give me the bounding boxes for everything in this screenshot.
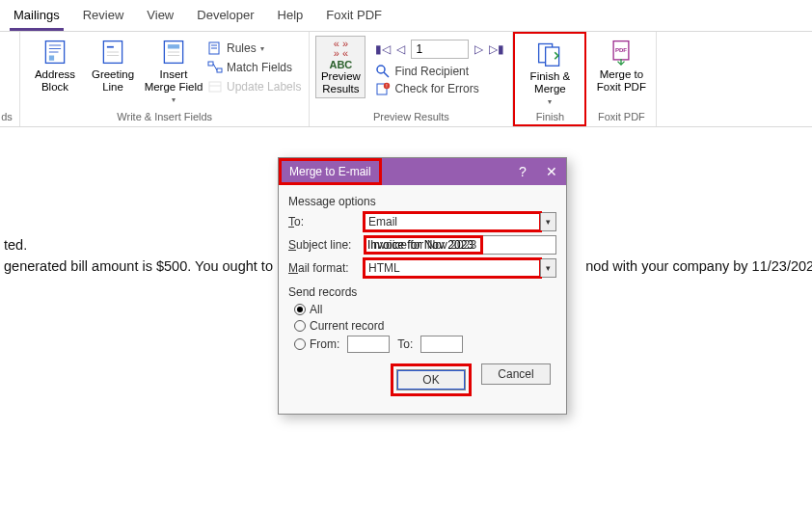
insert-merge-field-label: Insert Merge Field <box>144 68 203 94</box>
chevron-down-icon: ▾ <box>548 97 552 106</box>
chevron-down-icon: ▾ <box>260 44 264 53</box>
svg-line-21 <box>384 72 389 77</box>
greeting-line-icon <box>99 38 126 67</box>
update-labels-label: Update Labels <box>227 80 301 94</box>
chevron-down-icon[interactable]: ▾ <box>540 213 555 230</box>
update-labels-icon <box>207 79 223 94</box>
message-options-label: Message options <box>288 195 556 208</box>
insert-merge-field-icon <box>160 38 187 67</box>
preview-results-button[interactable]: « »» « ABC Preview Results <box>315 36 365 98</box>
match-fields-label: Match Fields <box>227 61 292 74</box>
record-number-input[interactable] <box>411 40 469 59</box>
group-preview-results: « »» « ABC Preview Results ▮◁ ◁ ▷ ▷▮ Fin… <box>310 32 513 126</box>
greeting-line-button[interactable]: Greeting Line <box>84 36 142 95</box>
insert-merge-field-button[interactable]: Insert Merge Field ▾ <box>142 36 205 107</box>
group-label-preview: Preview Results <box>315 109 506 124</box>
svg-rect-17 <box>217 68 222 72</box>
group-foxit: PDF Merge to Foxit PDF Foxit PDF <box>586 32 657 126</box>
svg-text:PDF: PDF <box>615 46 627 53</box>
group-label-write-insert: Write & Insert Fields <box>26 109 303 124</box>
radio-current[interactable]: Current record <box>294 319 556 333</box>
greeting-line-label: Greeting Line <box>86 68 140 94</box>
group-label-finish: Finish <box>521 109 579 124</box>
svg-text:!: ! <box>387 83 388 89</box>
radio-from[interactable]: From: To: <box>294 336 556 353</box>
dialog-titlebar: Merge to E-mail ? ✕ <box>279 158 566 185</box>
merge-to-email-dialog: Merge to E-mail ? ✕ Message options To: … <box>278 157 567 415</box>
group-label-foxit: Foxit PDF <box>592 109 650 124</box>
dialog-close-button[interactable]: ✕ <box>537 164 566 179</box>
dialog-help-button[interactable]: ? <box>508 164 537 179</box>
preview-arrows-icon: « »» « <box>334 40 348 59</box>
foxit-pdf-icon: PDF <box>608 38 635 67</box>
rules-button[interactable]: Rules ▾ <box>205 40 303 57</box>
radio-icon <box>294 338 306 350</box>
subject-label: Subject line: <box>288 238 364 252</box>
send-records-label: Send records <box>288 285 556 299</box>
to-label: To: <box>288 215 364 229</box>
finish-merge-icon <box>536 40 563 68</box>
first-record-icon[interactable]: ▮◁ <box>375 42 391 56</box>
group-write-insert-fields: Address Block Greeting Line Insert Merge… <box>20 32 310 126</box>
rules-label: Rules <box>227 41 257 55</box>
group-finish: Finish & Merge ▾ Finish <box>513 32 586 126</box>
svg-rect-4 <box>49 56 54 61</box>
svg-point-20 <box>377 66 385 73</box>
match-fields-icon <box>207 60 223 75</box>
address-block-button[interactable]: Address Block <box>26 36 84 95</box>
dialog-title-text: Merge to E-mail <box>279 158 382 185</box>
from-input[interactable] <box>347 336 390 353</box>
ok-button[interactable]: OK <box>396 369 466 390</box>
svg-rect-18 <box>209 82 221 92</box>
group-label-trunc: ds <box>0 109 14 124</box>
find-recipient-button[interactable]: Find Recipient <box>373 63 506 80</box>
chevron-down-icon[interactable]: ▾ <box>540 259 555 277</box>
radio-all[interactable]: All <box>294 303 556 316</box>
last-record-icon[interactable]: ▷▮ <box>489 42 504 56</box>
mail-format-value: HTML <box>363 257 542 279</box>
address-block-icon <box>41 38 68 67</box>
ribbon: ds Address Block Greeting Line Insert M <box>0 32 812 127</box>
find-recipient-label: Find Recipient <box>394 65 469 78</box>
doc-text-before: generated bill amount is $500. You ought… <box>4 258 288 274</box>
rules-icon <box>207 40 223 56</box>
to-range-input[interactable] <box>420 336 463 353</box>
check-errors-icon: ! <box>375 81 391 96</box>
tab-view[interactable]: View <box>143 4 177 31</box>
cancel-button[interactable]: Cancel <box>481 363 551 385</box>
update-labels-button: Update Labels <box>205 78 303 95</box>
svg-rect-16 <box>208 62 213 66</box>
to-dropdown[interactable]: Email ▾ <box>364 212 556 231</box>
to-value: Email <box>363 211 542 232</box>
mail-format-dropdown[interactable]: HTML ▾ <box>364 258 556 278</box>
check-errors-label: Check for Errors <box>394 82 478 95</box>
ribbon-tabs: Mailings Review View Developer Help Foxi… <box>0 0 812 32</box>
finish-merge-button[interactable]: Finish & Merge ▾ <box>521 38 579 109</box>
truncated-button[interactable] <box>0 36 14 68</box>
tab-foxit[interactable]: Foxit PDF <box>322 4 386 31</box>
tab-mailings[interactable]: Mailings <box>10 4 64 31</box>
group-truncated: ds <box>0 32 20 126</box>
finish-merge-label: Finish & Merge <box>523 70 577 95</box>
tab-developer[interactable]: Developer <box>193 4 257 31</box>
match-fields-button[interactable]: Match Fields <box>205 59 303 76</box>
svg-rect-10 <box>168 44 179 48</box>
tab-review[interactable]: Review <box>79 4 128 31</box>
address-block-label: Address Block <box>28 68 82 94</box>
ok-button-highlight: OK <box>391 363 472 396</box>
next-record-icon[interactable]: ▷ <box>474 42 483 56</box>
subject-highlight: Invoice for Nov 2023 <box>364 235 483 255</box>
preview-abc-label: ABC <box>329 59 352 70</box>
doc-text-after: nod with your company by 11/23/2023. <box>585 258 812 274</box>
check-errors-button[interactable]: ! Check for Errors <box>373 80 506 97</box>
radio-icon <box>294 304 306 315</box>
merge-to-foxit-label: Merge to Foxit PDF <box>594 68 648 94</box>
find-recipient-icon <box>375 64 391 79</box>
mail-format-label: Mail format: <box>288 261 364 275</box>
chevron-down-icon: ▾ <box>172 95 176 104</box>
prev-record-icon[interactable]: ◁ <box>396 42 405 56</box>
preview-results-label: Preview Results <box>318 70 363 94</box>
tab-help[interactable]: Help <box>274 4 308 31</box>
radio-icon <box>294 320 306 332</box>
merge-to-foxit-button[interactable]: PDF Merge to Foxit PDF <box>592 36 650 95</box>
